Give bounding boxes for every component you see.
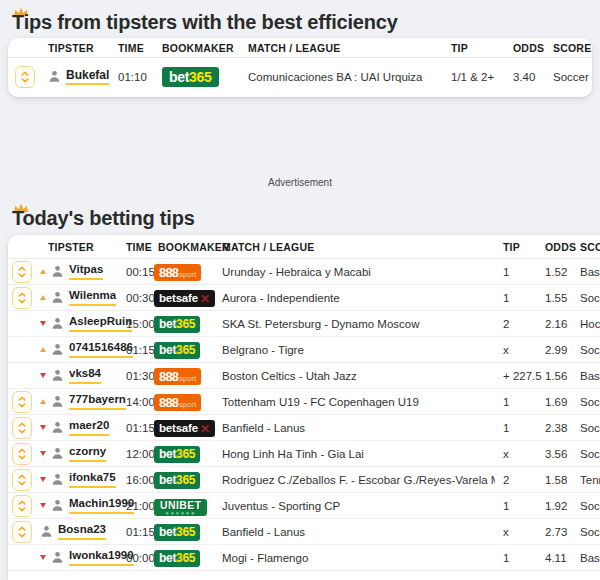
today-tips-table: TIPSTER TIME BOOKMAKER MATCH / LEAGUE TI… [8,235,600,580]
tipster-link[interactable]: Bosna23 [58,523,106,539]
tipster-link[interactable]: Bukefal [66,69,109,86]
tipster-link[interactable]: maer20 [69,419,109,435]
advertisement-label: Advertisement [0,177,600,188]
vote-button[interactable] [12,495,32,517]
match-cell: Boston Celtics - Utah Jazz [214,370,495,382]
col-score: SCORE [572,241,600,253]
up-down-chevrons-icon [16,291,28,305]
match-cell: Banfield - Lanus [214,526,495,538]
table-row: Wilenma 00:30 betsafe✕ Aurora - Independ… [8,285,600,311]
col-time: TIME [110,42,154,54]
table-row: ifonka75 16:00 bet365 Rodriguez C./Zebal… [8,467,600,493]
score-cell: Soccer [545,71,592,83]
odds-cell: 1.56 [537,370,572,382]
table-row: czorny 12:00 bet365 Hong Linh Ha Tinh - … [8,441,600,467]
match-cell: Juventus - Sporting CP [214,500,495,512]
bookmaker-logo[interactable]: bet365 [154,342,200,359]
score-cell: Tennis [572,474,600,486]
user-icon [51,369,64,382]
vote-button[interactable] [12,469,32,491]
user-icon [51,551,64,564]
score-cell: Soccer [572,500,600,512]
col-tip: TIP [443,42,505,54]
up-down-chevrons-icon [16,447,28,461]
table-row: vks84 01:30 888sport Boston Celtics - Ut… [8,363,600,389]
user-icon [51,447,64,460]
col-odds: ODDS [505,42,545,54]
tip-cell: 1 [495,552,537,564]
odds-cell: 3.56 [537,448,572,460]
tip-cell: + 227.5 [495,370,537,382]
bookmaker-logo[interactable]: bet365 [154,524,200,541]
trend-icon [40,399,46,404]
page-title: Today's betting tips [12,207,195,229]
user-icon [51,317,64,330]
vote-button[interactable] [12,287,32,309]
user-icon [51,421,64,434]
bookmaker-logo[interactable]: UNIBET●●●●●● [154,499,207,516]
odds-cell: 1.52 [537,266,572,278]
table-header: TIPSTER TIME BOOKMAKER MATCH / LEAGUE TI… [8,38,592,58]
up-down-chevrons-icon [19,70,31,84]
match-cell: Hong Linh Ha Tinh - Gia Lai [214,448,495,460]
up-down-chevrons-icon [16,421,28,435]
tipster-link[interactable]: ifonka75 [69,471,116,487]
col-tipster: TIPSTER [34,241,118,253]
trend-icon [40,373,46,378]
up-down-chevrons-icon [16,395,28,409]
match-cell: Urunday - Hebraica y Macabi [214,266,495,278]
up-down-chevrons-icon [16,265,28,279]
match-cell: SKA St. Petersburg - Dynamo Moscow [214,318,495,330]
vote-button[interactable] [15,66,35,88]
time-cell: 15:00 [118,318,150,330]
odds-cell: 3.40 [505,71,545,83]
tipster-link[interactable]: Vitpas [69,263,103,279]
vote-button[interactable] [12,521,32,543]
col-time: TIME [118,241,150,253]
trend-icon [40,269,46,274]
bookmaker-logo[interactable]: bet365 [154,316,200,333]
score-cell: Soccer [572,526,600,538]
score-cell: Soccer [572,344,600,356]
bookmaker-logo[interactable]: bet365 [162,67,219,87]
time-cell: 16:00 [118,474,150,486]
bookmaker-logo[interactable]: betsafe✕ [154,420,215,437]
odds-cell: 1.55 [537,292,572,304]
match-cell: Rodriguez C./Zeballos F. - Escobar G./Re… [214,474,495,486]
bookmaker-logo[interactable]: betsafe✕ [154,290,215,307]
tipster-link[interactable]: czorny [69,445,106,461]
trend-icon [40,321,46,326]
trend-icon [40,347,46,352]
match-cell: Mogi - Flamengo [214,552,495,564]
table-row: AsleepRuin 15:00 bet365 SKA St. Petersbu… [8,311,600,337]
match-cell: Tottenham U19 - FC Copenhagen U19 [214,396,495,408]
user-icon [51,473,64,486]
col-score: SCORE [545,42,592,54]
match-cell: Belgrano - Tigre [214,344,495,356]
tip-cell: x [495,526,537,538]
tipster-link[interactable]: vks84 [69,367,101,383]
bookmaker-logo[interactable]: 888sport [154,394,201,411]
odds-cell: 1.69 [537,396,572,408]
tip-cell: 1 [495,500,537,512]
tip-cell: x [495,448,537,460]
vote-button[interactable] [12,261,32,283]
odds-cell: 1.58 [537,474,572,486]
user-icon [51,265,64,278]
bookmaker-logo[interactable]: bet365 [154,446,200,463]
bookmaker-logo[interactable]: 888sport [154,264,201,281]
vote-button[interactable] [12,443,32,465]
col-tipster: TIPSTER [38,42,110,54]
col-odds: ODDS [537,241,572,253]
vote-button[interactable] [12,391,32,413]
bookmaker-logo[interactable]: 888sport [154,368,201,385]
vote-button[interactable] [12,417,32,439]
bookmaker-logo[interactable]: bet365 [154,472,200,489]
table-header: TIPSTER TIME BOOKMAKER MATCH / LEAGUE TI… [8,235,600,259]
score-cell: Soccer [572,396,600,408]
time-cell: 01:15 [118,526,150,538]
col-match-league: MATCH / LEAGUE [214,241,495,253]
bookmaker-logo[interactable]: bet365 [154,550,200,567]
trend-icon [40,555,46,560]
tipster-link[interactable]: Wilenma [69,289,116,305]
